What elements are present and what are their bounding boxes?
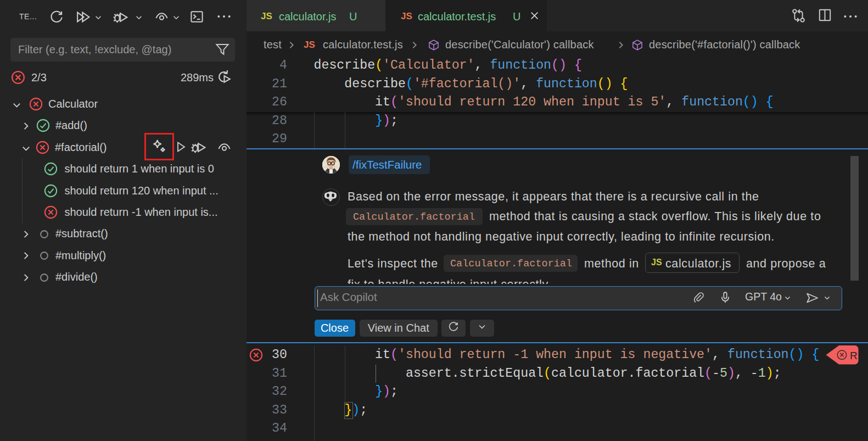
svg-text:R: R: [850, 350, 858, 361]
